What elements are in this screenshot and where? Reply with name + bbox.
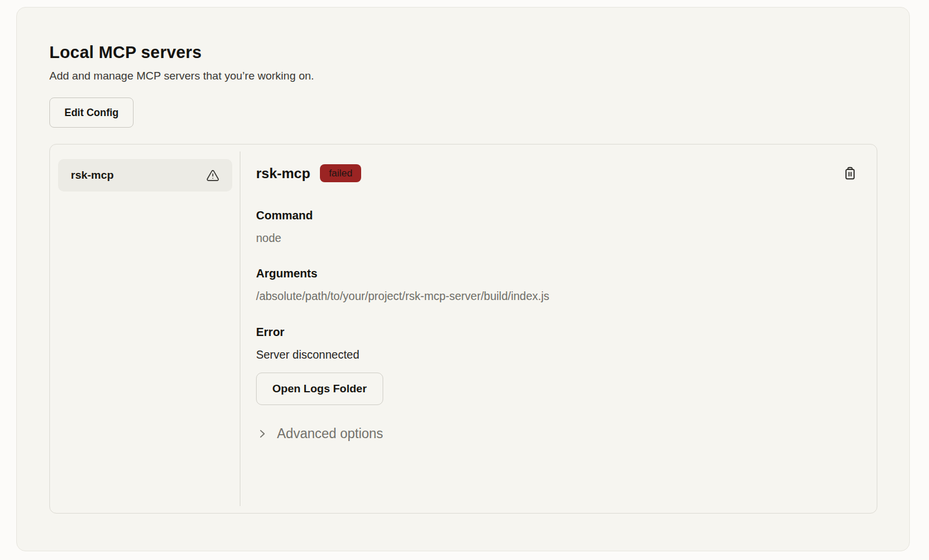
local-mcp-servers-panel: Local MCP servers Add and manage MCP ser… [16,7,910,551]
advanced-options-toggle[interactable]: Advanced options [256,426,859,442]
edit-config-button[interactable]: Edit Config [49,97,134,128]
error-field: Error Server disconnected [256,325,859,362]
arguments-label: Arguments [256,266,859,280]
server-detail-header: rsk-mcp failed [256,164,859,183]
server-name-label: rsk-mcp [71,169,114,182]
page-subtitle: Add and manage MCP servers that you’re w… [49,70,877,82]
server-list: rsk-mcp [50,144,240,513]
server-list-item-rsk-mcp[interactable]: rsk-mcp [58,159,232,192]
server-detail-pane: rsk-mcp failed Command node [240,144,877,513]
delete-server-button[interactable] [841,164,859,183]
command-label: Command [256,208,859,222]
error-label: Error [256,325,859,339]
chevron-right-icon [256,428,268,440]
command-field: Command node [256,208,859,245]
server-detail-title: rsk-mcp [256,165,310,182]
server-card: rsk-mcp rsk-mcp failed [49,144,877,514]
page-title: Local MCP servers [49,43,877,62]
trash-icon [842,165,858,181]
status-badge: failed [320,164,361,182]
warning-triangle-icon [206,169,219,182]
command-value: node [256,232,859,245]
error-value: Server disconnected [256,348,859,362]
arguments-field: Arguments /absolute/path/to/your/project… [256,266,859,303]
open-logs-folder-button[interactable]: Open Logs Folder [256,373,383,405]
arguments-value: /absolute/path/to/your/project/rsk-mcp-s… [256,290,859,303]
list-detail-divider [240,151,240,506]
advanced-options-label: Advanced options [277,426,383,442]
